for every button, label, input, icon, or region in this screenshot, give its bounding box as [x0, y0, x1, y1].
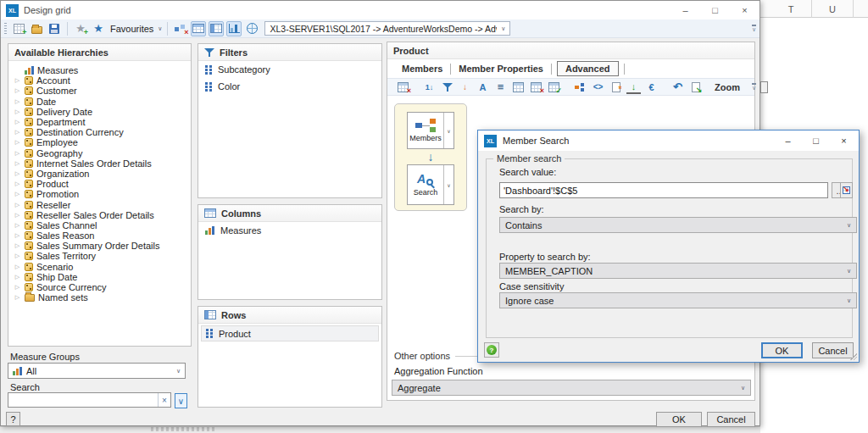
tree-item[interactable]: ▷Sales Territory — [14, 251, 189, 261]
tree-item[interactable]: ▷Sales Summary Order Details — [14, 241, 189, 251]
calculation-button[interactable]: * — [609, 80, 623, 94]
expander-icon[interactable]: ▷ — [14, 139, 21, 146]
tab-members[interactable]: Members — [394, 62, 450, 75]
resize-grip[interactable] — [850, 353, 857, 360]
favourites-label[interactable]: Favourites — [110, 24, 153, 34]
filter-item[interactable]: Subcategory — [198, 61, 381, 78]
currency-button[interactable]: € — [644, 80, 659, 94]
save-button[interactable] — [47, 21, 62, 36]
expander-icon[interactable]: ▷ — [14, 264, 21, 270]
connection-selector[interactable]: XL3-SERVER1\SQL2017 -> AdventureWorksDem… — [264, 21, 510, 36]
expander-icon[interactable]: ▷ — [14, 284, 21, 291]
maximize-button[interactable]: □ — [700, 1, 730, 19]
dialog-cancel-button[interactable]: Cancel — [812, 342, 854, 358]
expander-icon[interactable]: ▷ — [14, 274, 21, 280]
tree-item[interactable]: ▷Employee — [14, 137, 189, 147]
add-favourite-button[interactable]: ★+ — [73, 21, 88, 36]
expander-icon[interactable]: ▷ — [14, 129, 21, 136]
search-step-dropdown[interactable]: ∨ — [443, 165, 453, 204]
aggregation-function-select[interactable]: Aggregate ∨ — [392, 380, 751, 396]
case-sensitivity-select[interactable]: Ignore case ∨ — [499, 292, 857, 308]
property-select[interactable]: MEMBER_CAPTION ∨ — [499, 263, 857, 279]
import-button[interactable]: ↓ — [626, 80, 641, 94]
page-forward-button[interactable]: ↘ — [688, 80, 703, 94]
disconnect-button[interactable]: × — [173, 21, 188, 36]
dialog-help-button[interactable]: ? — [484, 342, 499, 358]
font-button[interactable]: A — [476, 80, 490, 94]
tree-item[interactable]: ▷Ship Date — [14, 272, 189, 282]
expander-icon[interactable]: ▷ — [14, 294, 21, 301]
grid-remove-button[interactable]: × — [529, 80, 543, 94]
tree-item[interactable]: ▷Date — [14, 97, 189, 107]
tree-item[interactable]: ▷Customer — [14, 86, 189, 96]
expander-icon[interactable]: ▷ — [14, 98, 21, 105]
expander-icon[interactable]: ▷ — [14, 253, 21, 259]
tree-item[interactable]: ▷Product — [14, 179, 189, 189]
help-button[interactable]: ? — [6, 412, 20, 426]
cancel-button[interactable]: Cancel — [707, 412, 755, 427]
expander-icon[interactable]: ▷ — [14, 108, 21, 115]
dialog-close-button[interactable]: × — [830, 130, 858, 151]
search-options-button[interactable]: ∨ — [175, 393, 187, 408]
expander-icon[interactable]: ▷ — [14, 212, 21, 219]
tree-item[interactable]: ▷Source Currency — [14, 282, 189, 292]
zoom-slider-thumb[interactable] — [760, 81, 768, 93]
favourites-star-button[interactable]: ★ — [91, 21, 106, 36]
dialog-maximize-button[interactable]: □ — [802, 130, 830, 151]
rows-item-selected[interactable]: Product — [201, 325, 379, 341]
filter-button[interactable] — [440, 80, 454, 94]
excel-column-header[interactable]: T — [771, 0, 812, 18]
tree-item[interactable]: ▷Department — [14, 117, 189, 127]
clear-search-icon[interactable]: × — [158, 393, 170, 407]
ok-button[interactable]: OK — [656, 412, 702, 427]
search-by-select[interactable]: Contains ∨ — [499, 217, 857, 233]
dialog-ok-button[interactable]: OK — [761, 342, 803, 358]
excel-column-header[interactable]: U — [812, 0, 854, 18]
grid-apply-button[interactable]: ✓ — [547, 80, 561, 94]
subtotals-button[interactable]: ≡ — [493, 80, 508, 94]
ranking-filter-button[interactable]: ↓ — [458, 80, 472, 94]
grid-view-button[interactable] — [191, 21, 206, 36]
search-step[interactable]: A Search ∨ — [407, 164, 454, 205]
tree-item[interactable]: ▷Destination Currency — [14, 127, 189, 137]
tree-item[interactable]: ▷Reseller Sales Order Details — [14, 210, 189, 220]
members-step-dropdown[interactable]: ∨ — [443, 113, 453, 148]
open-button[interactable] — [29, 21, 44, 36]
expander-icon[interactable]: ▷ — [14, 160, 21, 167]
expander-icon[interactable]: ▷ — [14, 119, 21, 125]
new-grid-button[interactable]: + — [11, 21, 26, 36]
dialog-title-bar[interactable]: XL Member Search – □ × — [478, 130, 859, 151]
expander-icon[interactable]: ▷ — [14, 232, 21, 239]
expander-icon[interactable]: ▷ — [14, 222, 21, 229]
sort-button[interactable]: 1↓ — [422, 80, 437, 94]
expander-icon[interactable]: ▷ — [14, 242, 21, 249]
grid-layout-button[interactable] — [511, 80, 526, 94]
tree-item[interactable]: ▷Sales Reason — [14, 230, 189, 241]
tree-item[interactable]: ▷Delivery Date — [14, 107, 189, 117]
web-button[interactable] — [244, 21, 259, 36]
columns-item[interactable]: Measures — [198, 222, 381, 239]
tab-advanced[interactable]: Advanced — [557, 61, 619, 76]
tree-item-named-sets[interactable]: ▷Named sets — [14, 292, 189, 303]
tab-member-properties[interactable]: Member Properties — [451, 62, 551, 75]
expander-icon[interactable]: ▷ — [14, 87, 21, 94]
toolbar-overflow-button[interactable]: ∨ — [752, 25, 756, 32]
favourites-chevron-icon[interactable]: ∨ — [158, 25, 162, 31]
filter-item[interactable]: Color — [198, 78, 381, 95]
tree-item-measures[interactable]: Measures — [14, 65, 189, 75]
title-bar[interactable]: XL Design grid – □ × — [1, 1, 760, 19]
tree-item[interactable]: ▷Organization — [14, 169, 189, 179]
toolbar-overflow-button[interactable]: ∨ — [752, 83, 756, 91]
member-selection-button[interactable] — [573, 80, 587, 94]
expander-icon[interactable]: ▷ — [14, 150, 21, 157]
members-step[interactable]: Members ∨ — [407, 112, 454, 149]
expander-icon[interactable]: ▷ — [14, 202, 21, 208]
mdx-button[interactable]: <> — [591, 80, 605, 94]
expander-icon[interactable]: ▷ — [14, 191, 21, 197]
tree-item[interactable]: ▷Account — [14, 75, 189, 86]
grid-clear-button[interactable]: × — [396, 80, 410, 94]
cell-picker-button[interactable]: ↘ — [840, 182, 853, 198]
tree-item[interactable]: ▷Internet Sales Order Details — [14, 158, 189, 169]
undo-button[interactable]: ↶ — [670, 80, 685, 94]
measure-groups-select[interactable]: All ∨ — [8, 363, 186, 379]
